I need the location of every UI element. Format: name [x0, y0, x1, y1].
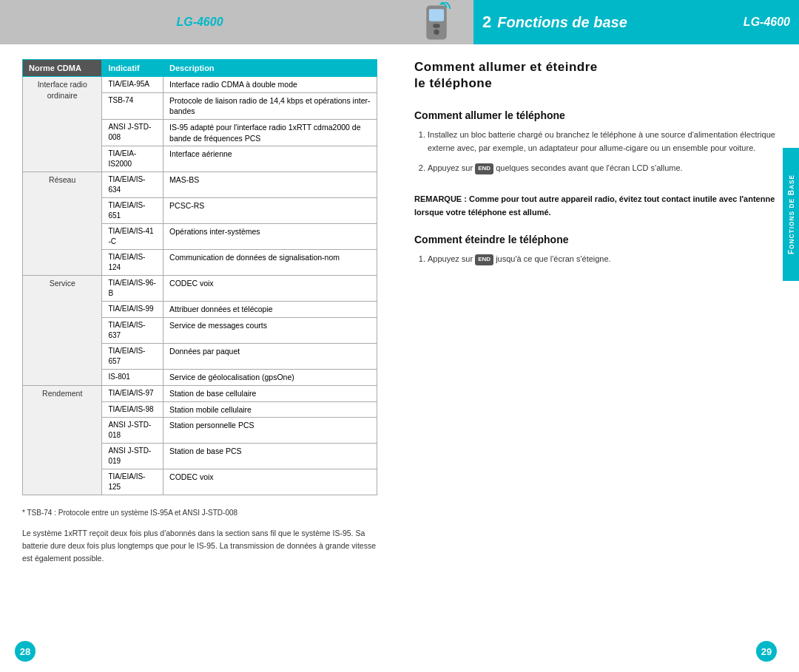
page-number-right: 29 — [756, 641, 777, 662]
table-row: RéseauTIA/EIA/IS-634MAS-BS — [23, 172, 377, 198]
col-header-description: Description — [163, 60, 377, 77]
indicatif-cell: TIA/EIA/IS-651 — [102, 198, 163, 224]
description-cell: Station de base PCS — [163, 444, 377, 469]
table-row: RendementTIA/EIA/IS-97Station de base ce… — [23, 385, 377, 401]
phone-image-area — [400, 0, 473, 44]
right-header-logo: LG-4600 — [744, 0, 799, 44]
page-number-left: 28 — [15, 641, 36, 662]
left-content: Norme CDMA Indicatif Description Interfa… — [0, 44, 400, 672]
description-cell: Communication de données de signalisatio… — [163, 250, 377, 276]
sidebar-tab: FONCTIONS DE BASE — [783, 148, 799, 281]
indicatif-cell: TIA/EIA-IS2000 — [102, 146, 163, 172]
description-cell: MAS-BS — [163, 172, 377, 198]
section2-title: Comment éteindre le téléphone — [414, 234, 777, 245]
indicatif-cell: TIA/EIA/IS-96-B — [102, 276, 163, 302]
indicatif-cell: TIA/EIA/IS-637 — [102, 318, 163, 344]
description-cell: Attribuer données et télécopie — [163, 302, 377, 318]
section-row-header: Service — [23, 276, 102, 385]
chapter-title: Fonctions de base — [497, 14, 627, 31]
left-header: LG-4600 — [0, 0, 400, 44]
indicatif-cell: TSB-74 — [102, 92, 163, 119]
end-key-icon-2: END — [475, 254, 493, 265]
indicatif-cell: TIA/EIA/IS-99 — [102, 302, 163, 318]
description-cell: PCSC-RS — [163, 198, 377, 224]
indicatif-cell: TIA/EIA/IS-41 -C — [102, 224, 163, 250]
section-row-header: Rendement — [23, 385, 102, 495]
indicatif-cell: ANSI J-STD-018 — [102, 418, 163, 444]
svg-rect-1 — [429, 9, 444, 21]
indicatif-cell: TIA/EIA/IS-97 — [102, 385, 163, 401]
description-cell: Station mobile cellulaire — [163, 401, 377, 418]
section1-body: Installez un bloc batterie chargé ou bra… — [414, 129, 777, 183]
description-cell: IS-95 adapté pour l'interface radio 1xRT… — [163, 120, 377, 146]
end-key-icon: END — [475, 163, 493, 174]
indicatif-cell: TIA/EIA/IS-124 — [102, 250, 163, 276]
indicatif-cell: TIA/EIA/IS-634 — [102, 172, 163, 198]
description-cell: CODEC voix — [163, 469, 377, 495]
section1-title: Comment allumer le téléphone — [414, 109, 777, 121]
description-cell: Opérations inter-systèmes — [163, 224, 377, 250]
step1-1: Installez un bloc batterie chargé ou bra… — [428, 129, 777, 155]
svg-rect-2 — [433, 24, 439, 27]
chapter-number: 2 — [482, 13, 491, 32]
footnote-text: * TSB-74 : Protocole entre un système IS… — [22, 507, 377, 518]
left-page: LG-4600 Norme CDMA Indicatif Description… — [0, 0, 400, 672]
step2-1: Appuyez sur END jusqu'à ce que l'écran s… — [428, 253, 777, 266]
table-row: Interface radio ordinaireTIA/EIA-95AInte… — [23, 77, 377, 93]
description-cell: Service de géolocalisation (gpsOne) — [163, 370, 377, 386]
description-cell: Interface aérienne — [163, 146, 377, 172]
svg-point-3 — [434, 29, 439, 34]
step1-2: Appuyez sur END quelques secondes avant … — [428, 162, 777, 175]
right-content: Comment allumer et éteindrele téléphone … — [400, 44, 799, 672]
col-header-norme: Norme CDMA — [23, 60, 102, 77]
col-header-indicatif: Indicatif — [102, 60, 163, 77]
section-row-header: Réseau — [23, 172, 102, 276]
standards-table: Norme CDMA Indicatif Description Interfa… — [22, 59, 377, 495]
section2-body: Appuyez sur END jusqu'à ce que l'écran s… — [414, 253, 777, 274]
indicatif-cell: TIA/EIA/IS-125 — [102, 469, 163, 495]
body-text: Le système 1xRTT reçoit deux fois plus d… — [22, 527, 377, 564]
sidebar-tab-label: FONCTIONS DE BASE — [787, 174, 795, 254]
indicatif-cell: ANSI J-STD-008 — [102, 120, 163, 146]
remark-text: REMARQUE : Comme pour tout autre apparei… — [414, 193, 777, 219]
indicatif-cell: TIA/EIA-95A — [102, 77, 163, 93]
description-cell: Protocole de liaison radio de 14,4 kbps … — [163, 92, 377, 119]
indicatif-cell: ANSI J-STD-019 — [102, 444, 163, 469]
right-page: 2 Fonctions de base LG-4600 Comment allu… — [400, 0, 799, 672]
right-header: 2 Fonctions de base LG-4600 — [400, 0, 799, 44]
description-cell: Service de messages courts — [163, 318, 377, 344]
section-row-header: Interface radio ordinaire — [23, 77, 102, 172]
phone-icon — [418, 2, 455, 43]
description-cell: Station de base cellulaire — [163, 385, 377, 401]
table-row: ServiceTIA/EIA/IS-96-BCODEC voix — [23, 276, 377, 302]
indicatif-cell: TIA/EIA/IS-98 — [102, 401, 163, 418]
description-cell: Interface radio CDMA à double mode — [163, 77, 377, 93]
description-cell: Station personnelle PCS — [163, 418, 377, 444]
description-cell: CODEC voix — [163, 276, 377, 302]
indicatif-cell: TIA/EIA/IS-657 — [102, 344, 163, 370]
chapter-title-area: 2 Fonctions de base — [473, 0, 744, 44]
indicatif-cell: IS-801 — [102, 370, 163, 386]
main-section-title: Comment allumer et éteindrele téléphone — [414, 59, 777, 92]
description-cell: Données par paquet — [163, 344, 377, 370]
left-header-title: LG-4600 — [176, 16, 223, 29]
